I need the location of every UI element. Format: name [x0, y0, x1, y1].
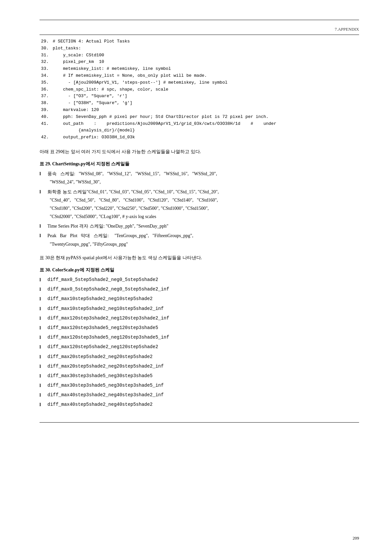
- list-item-t30-9: l diff_max20step5shade2_neg20step5shade2…: [40, 362, 359, 371]
- bullet-t30-10: l: [40, 372, 45, 380]
- line-content-42: output_prefix: O3O38H_1d_03k: [53, 134, 135, 141]
- list-item-t30-0: l diff_max0_5step5shade2_neg0_5step5shad…: [40, 276, 359, 284]
- top-rule: [40, 20, 359, 20]
- line-num-31: 31.: [40, 52, 49, 59]
- bullet-peak: l: [40, 232, 45, 240]
- list-item-wind: l 풍속 스케일: "WSStd_08", "WSStd_12", "WSStd…: [40, 170, 359, 186]
- list-item-t30-11: l diff_max30step3shade5_neg30step3shade5…: [40, 381, 359, 390]
- line-num-29: 29.: [40, 38, 49, 45]
- code-line-36: 36. chem_spc_list: # spc, shape, color, …: [40, 86, 359, 93]
- bullet-wind: l: [40, 170, 45, 178]
- line-num-38: 38.: [40, 100, 49, 107]
- line-content-33: metemiskey_list: # metemiskey, line symb…: [53, 66, 171, 72]
- line-num-35: 35.: [40, 79, 49, 86]
- bullet-t30-12: l: [40, 391, 45, 399]
- content-t30-9: diff_max20step5shade2_neg20step5shade2_i…: [47, 362, 359, 371]
- content-t30-3: diff_max10step5shade2_neg10step5shade2_i…: [47, 305, 359, 313]
- list-item-t30-2: l diff_max10step5shade2_neg10step5shade2: [40, 295, 359, 303]
- line-content-39: markvalue: 120: [53, 107, 99, 114]
- content-t30-1: diff_max0_5step5shade2_neg0_5step5shade2…: [47, 285, 359, 293]
- line-content-35: - [Ajou2009AprV1_V1, 'steps-post--'] # m…: [53, 79, 228, 86]
- bullet-chem: l: [40, 188, 45, 196]
- line-num-36: 36.: [40, 86, 49, 93]
- line-content-30: plot_tasks:: [53, 45, 81, 52]
- content-chem: 화학종 농도 스케일"CStd_01", "CStd_03", "CStd_05…: [47, 188, 359, 221]
- bullet-t30-1: l: [40, 285, 45, 293]
- bullet-t30-8: l: [40, 353, 45, 361]
- bullet-t30-13: l: [40, 401, 45, 409]
- line-content-37: - ["O3", "Square", 'r']: [53, 93, 127, 100]
- content-t30-10: diff_max30step3shade5_neg30step3shade5: [47, 372, 359, 380]
- list-item-peak: l Peak Bar Plot 막대 스케일: "TenGroups_ppg",…: [40, 232, 359, 248]
- bullet-t30-6: l: [40, 333, 45, 342]
- header-text: 7.APPENDIX: [335, 27, 359, 32]
- page-number: 209: [353, 536, 359, 541]
- content-t30-0: diff_max0_5step5shade2_neg0_5step5shade2: [47, 276, 359, 284]
- content-t30-7: diff_max120step5shade2_neg120step5shade2: [47, 343, 359, 351]
- table29-list: l 풍속 스케일: "WSStd_08", "WSStd_12", "WSStd…: [40, 170, 359, 248]
- code-line-39: 39. markvalue: 120: [40, 107, 359, 114]
- code-line-29: 29. # SECTION 4: Actual Plot Tasks: [40, 38, 359, 45]
- code-line-40: 40. pph: SevenDay_pph # pixel per hour; …: [40, 114, 359, 121]
- line-num-34: 34.: [40, 72, 49, 79]
- content-t30-8: diff_max20step5shade2_neg20step5shade2: [47, 353, 359, 361]
- page: 7.APPENDIX 29. # SECTION 4: Actual Plot …: [0, 0, 392, 554]
- code-line-31: 31. y_scale: CStd100: [40, 52, 359, 59]
- code-line-34: 34. # If metemiskey_list = None, obs_onl…: [40, 72, 359, 79]
- table29-title: 표 29. ChartSettings.py에서 지정된 스케일들: [40, 161, 359, 167]
- list-item-chem: l 화학종 농도 스케일"CStd_01", "CStd_03", "CStd_…: [40, 188, 359, 221]
- line-num-33: 33.: [40, 66, 49, 72]
- bullet-t30-4: l: [40, 314, 45, 322]
- line-num-41: 41.: [40, 121, 49, 134]
- line-num-30: 30.: [40, 45, 49, 52]
- line-content-31: y_scale: CStd100: [53, 52, 104, 59]
- line-num-32: 32.: [40, 59, 49, 66]
- table30-list: l diff_max0_5step5shade2_neg0_5step5shad…: [40, 276, 359, 409]
- code-line-32: 32. pixel_per_km 10: [40, 59, 359, 66]
- line-content-40: pph: SevenDay_pph # pixel per hour; Std …: [53, 114, 268, 121]
- list-item-t30-10: l diff_max30step3shade5_neg30step3shade5: [40, 372, 359, 380]
- paragraph-1: 아래 표 29에는 앞서 여러 가지 도식에서 사용 가능한 스케일들을 나열하…: [40, 148, 359, 156]
- content-t30-5: diff_max120step3shade5_neg120step3shade5: [47, 324, 359, 332]
- content-wind: 풍속 스케일: "WSStd_08", "WSStd_12", "WSStd_1…: [47, 170, 359, 186]
- list-item-t30-13: l diff_max40step5shade2_neg40step5shade2: [40, 401, 359, 409]
- code-line-37: 37. - ["O3", "Square", 'r']: [40, 93, 359, 100]
- line-content-36: chem_spc_list: # spc, shape, color, scal…: [53, 86, 168, 93]
- list-item-t30-12: l diff_max40step3shade2_neg40step3shade2…: [40, 391, 359, 399]
- line-num-39: 39.: [40, 107, 49, 114]
- list-item-t30-3: l diff_max10step5shade2_neg10step5shade2…: [40, 305, 359, 313]
- line-num-40: 40.: [40, 114, 49, 121]
- list-item-t30-6: l diff_max120step3shade5_neg120step3shad…: [40, 333, 359, 342]
- bullet-t30-9: l: [40, 362, 45, 371]
- code-line-35: 35. - [Ajou2009AprV1_V1, 'steps-post--']…: [40, 79, 359, 86]
- content-t30-4: diff_max120step3shade2_neg120step3shade2…: [47, 314, 359, 322]
- content-t30-11: diff_max30step3shade5_neg30step3shade5_i…: [47, 381, 359, 390]
- page-header: 7.APPENDIX: [40, 27, 359, 35]
- line-content-41: out_path : predictions/Ajou2009AprV1_V1/…: [53, 121, 276, 134]
- line-content-32: pixel_per_km 10: [53, 59, 104, 66]
- paragraph-2: 표 30은 현재 pyPASS spatial plot에서 사용가능한 농도 …: [40, 254, 359, 262]
- content-t30-13: diff_max40step5shade2_neg40step5shade2: [47, 401, 359, 409]
- bullet-t30-7: l: [40, 343, 45, 351]
- content-t30-2: diff_max10step5shade2_neg10step5shade2: [47, 295, 359, 303]
- list-item-timeseries: l Time Series Plot 격자 스케일: "OneDay_pph",…: [40, 222, 359, 230]
- bullet-t30-3: l: [40, 305, 45, 313]
- content-t30-6: diff_max120step3shade5_neg120step3shade5…: [47, 333, 359, 342]
- bottom-rule: [40, 422, 359, 423]
- list-item-t30-5: l diff_max120step3shade5_neg120step3shad…: [40, 324, 359, 332]
- list-item-t30-8: l diff_max20step5shade2_neg20step5shade2: [40, 353, 359, 361]
- bullet-t30-5: l: [40, 324, 45, 332]
- bullet-timeseries: l: [40, 222, 45, 230]
- code-line-33: 33. metemiskey_list: # metemiskey, line …: [40, 66, 359, 72]
- content-peak: Peak Bar Plot 막대 스케일: "TenGroups_ppg", "…: [47, 232, 359, 248]
- content-timeseries: Time Series Plot 격자 스케일: "OneDay_pph", "…: [47, 222, 359, 230]
- list-item-t30-4: l diff_max120step3shade2_neg120step3shad…: [40, 314, 359, 322]
- bullet-t30-0: l: [40, 276, 45, 284]
- bullet-t30-11: l: [40, 381, 45, 390]
- line-content-34: # If metemiskey_list = None, obs_only pl…: [53, 72, 207, 79]
- line-num-42: 42.: [40, 134, 49, 141]
- bullet-t30-2: l: [40, 295, 45, 303]
- line-content-29: # SECTION 4: Actual Plot Tasks: [53, 38, 130, 45]
- line-num-37: 37.: [40, 93, 49, 100]
- list-item-t30-1: l diff_max0_5step5shade2_neg0_5step5shad…: [40, 285, 359, 293]
